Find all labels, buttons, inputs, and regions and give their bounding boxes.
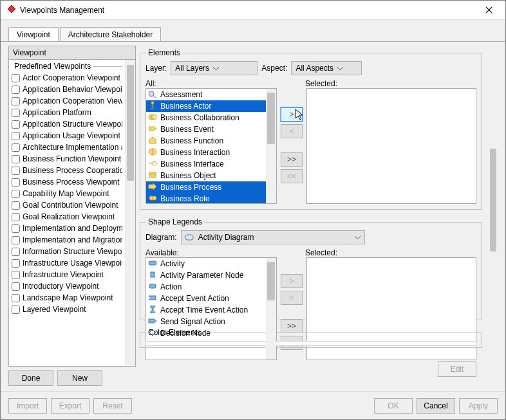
shape-list-item[interactable]: Activity Parameter Node <box>146 269 266 281</box>
viewpoint-checkbox[interactable] <box>12 201 20 210</box>
viewpoint-checkbox[interactable] <box>12 271 20 279</box>
viewpoints-scrollbar[interactable] <box>125 60 135 366</box>
element-list-item[interactable]: Assessment <box>146 89 266 100</box>
shape-item-label: Accept Time Event Action <box>160 306 248 315</box>
ok-button[interactable]: OK <box>374 398 413 414</box>
viewpoint-item[interactable]: Information Structure Viewpoint <box>12 246 122 257</box>
viewpoint-item[interactable]: Application Usage Viewpoint <box>12 130 122 142</box>
viewpoint-item[interactable]: Business Function Viewpoint <box>12 153 122 165</box>
viewpoint-item[interactable]: Introductory Viewpoint <box>12 280 122 292</box>
predefined-viewpoints-container: Predefined Viewpoints Actor Cooperation … <box>8 60 136 367</box>
edit-button[interactable]: Edit <box>438 361 476 377</box>
apply-button[interactable]: Apply <box>459 398 498 414</box>
viewpoint-checkbox[interactable] <box>12 282 20 291</box>
element-list-item[interactable]: Business Event <box>146 123 266 135</box>
element-item-label: Business Object <box>160 171 216 180</box>
svg-rect-11 <box>149 261 156 265</box>
viewpoint-checkbox[interactable] <box>12 306 20 314</box>
viewpoint-item[interactable]: Business Process Viewpoint <box>12 176 122 188</box>
shapes-add-button[interactable]: > <box>281 274 303 288</box>
done-button[interactable]: Done <box>8 370 53 386</box>
elements-all-scrollbar[interactable] <box>266 89 276 203</box>
viewpoint-item[interactable]: Application Structure Viewpoint <box>12 118 122 130</box>
shape-list-item[interactable]: Action <box>146 281 266 293</box>
element-item-label: Business Role <box>160 194 210 203</box>
viewpoint-item[interactable]: Application Behavior Viewpoint <box>12 84 122 95</box>
element-list-item[interactable]: Business Actor <box>146 100 266 112</box>
cancel-button[interactable]: Cancel <box>417 398 455 414</box>
viewpoint-checkbox[interactable] <box>12 224 20 233</box>
element-list-item[interactable]: Business Function <box>146 135 266 147</box>
element-item-label: Business Function <box>160 136 223 145</box>
viewpoint-item[interactable]: Business Process Cooperation... <box>12 165 122 176</box>
right-panel-scrollbar[interactable] <box>489 46 498 386</box>
viewpoint-checkbox[interactable] <box>12 155 20 163</box>
viewpoint-checkbox[interactable] <box>12 248 20 256</box>
shapes-remove-button[interactable]: < <box>281 291 303 305</box>
viewpoint-item[interactable]: Goal Realization Viewpoint <box>12 211 122 223</box>
viewpoint-item[interactable]: Actor Cooperation Viewpoint <box>12 72 122 84</box>
remove-button[interactable]: < <box>281 124 303 138</box>
export-button[interactable]: Export <box>51 398 89 414</box>
element-item-label: Business Collaboration <box>160 113 239 122</box>
viewpoint-item-label: Layered Viewpoint <box>23 305 86 314</box>
tab-viewpoint[interactable]: Viewpoint <box>8 27 59 42</box>
viewpoint-checkbox[interactable] <box>12 120 20 129</box>
viewpoint-checkbox[interactable] <box>12 178 20 187</box>
elements-all-listbox[interactable]: AssessmentBusiness ActorBusiness Collabo… <box>145 88 277 204</box>
reset-button[interactable]: Reset <box>93 398 132 414</box>
shapes-available-scrollbar[interactable] <box>266 258 276 360</box>
viewpoint-checkbox[interactable] <box>12 97 20 105</box>
viewpoint-item[interactable]: Goal Contribution Viewpoint <box>12 199 122 211</box>
layer-select[interactable]: All Layers <box>171 61 258 75</box>
element-list-item[interactable]: Business Object <box>146 170 266 181</box>
element-list-item[interactable]: Business Process <box>146 181 266 193</box>
aspect-select[interactable]: All Aspects <box>291 61 362 75</box>
viewpoint-item[interactable]: Infrastructure Viewpoint <box>12 269 122 280</box>
viewpoint-checkbox[interactable] <box>12 236 20 244</box>
tab-stakeholder[interactable]: Architecture Stakeholder <box>60 27 161 42</box>
element-list-item[interactable]: Business Interaction <box>146 147 266 158</box>
element-list-item[interactable]: Business Role <box>146 193 266 203</box>
add-all-button[interactable]: >> <box>281 152 303 167</box>
action-icon <box>148 282 157 293</box>
diagram-select[interactable]: Activity Diagram <box>181 230 365 244</box>
shape-list-item[interactable]: Send Signal Action <box>146 316 266 327</box>
viewpoint-checkbox[interactable] <box>12 74 20 82</box>
element-item-label: Assessment <box>160 90 202 99</box>
viewpoint-item[interactable]: Landscape Map Viewpoint <box>12 292 122 304</box>
elements-selected-listbox[interactable] <box>306 88 476 204</box>
viewpoint-checkbox[interactable] <box>12 167 20 175</box>
viewpoint-checkbox[interactable] <box>12 86 20 94</box>
viewpoint-checkbox[interactable] <box>12 109 20 117</box>
viewpoint-checkbox[interactable] <box>12 294 20 302</box>
viewpoint-item[interactable]: Application Platform <box>12 107 122 118</box>
viewpoint-checkbox[interactable] <box>12 190 20 198</box>
add-button[interactable]: > <box>281 107 303 122</box>
viewpoint-item[interactable]: Application Cooperation Viewp... <box>12 95 122 107</box>
shape-list-item[interactable]: Accept Event Action <box>146 293 266 304</box>
viewpoint-item[interactable]: Implementation and Deploymen... <box>12 223 122 234</box>
app-icon <box>7 5 16 15</box>
close-button[interactable] <box>476 2 501 19</box>
viewpoint-item[interactable]: Infrastructure Usage Viewpoint <box>12 257 122 269</box>
shape-list-item[interactable]: Activity <box>146 258 266 269</box>
viewpoint-item[interactable]: Architecture Implementation an... <box>12 142 122 153</box>
viewpoint-item[interactable]: Layered Viewpoint <box>12 304 122 315</box>
viewpoint-item[interactable]: Capability Map Viewpoint <box>12 188 122 199</box>
predefined-viewpoints-list[interactable]: Predefined Viewpoints Actor Cooperation … <box>9 60 125 366</box>
viewpoint-checkbox[interactable] <box>12 213 20 221</box>
element-list-item[interactable]: Business Collaboration <box>146 112 266 123</box>
remove-all-button[interactable]: << <box>281 169 303 183</box>
viewpoint-checkbox[interactable] <box>12 143 20 152</box>
available-label: Available: <box>145 248 179 257</box>
assessment-icon <box>148 89 157 100</box>
viewpoint-checkbox[interactable] <box>12 132 20 140</box>
viewpoint-checkbox[interactable] <box>12 259 20 268</box>
viewpoint-item[interactable]: Implementation and Migration V... <box>12 234 122 246</box>
element-list-item[interactable]: Business Interface <box>146 158 266 170</box>
new-button[interactable]: New <box>57 370 102 386</box>
svg-point-6 <box>153 161 156 165</box>
shape-list-item[interactable]: Accept Time Event Action <box>146 304 266 316</box>
import-button[interactable]: Import <box>8 398 47 414</box>
